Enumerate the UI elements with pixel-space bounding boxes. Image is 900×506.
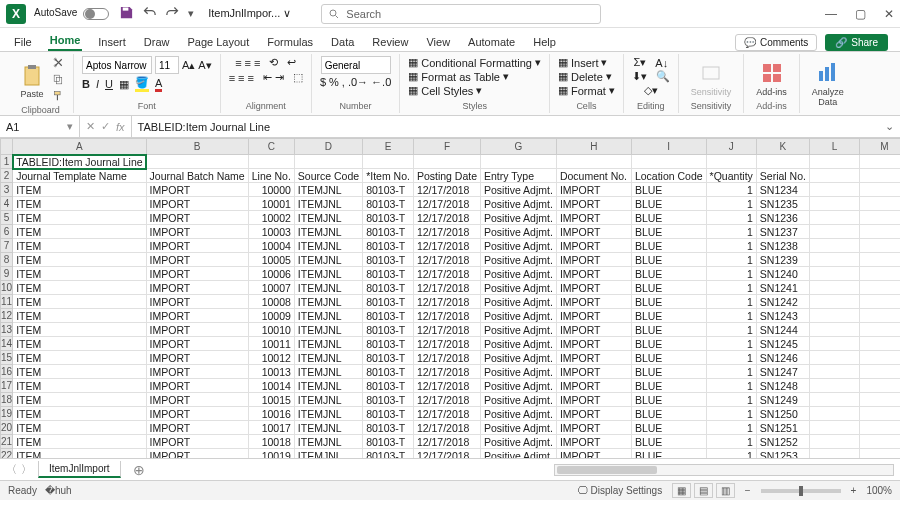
cell[interactable]: ITEMJNL <box>294 351 362 365</box>
cell[interactable]: 10010 <box>248 323 294 337</box>
font-name-select[interactable] <box>82 56 152 74</box>
align-center-icon[interactable]: ≡ <box>238 72 244 84</box>
cell[interactable]: ITEM <box>13 421 146 435</box>
cell[interactable]: Positive Adjmt. <box>481 197 557 211</box>
document-name[interactable]: ItemJnlImpor... ∨ <box>208 7 291 20</box>
number-format-select[interactable] <box>321 56 391 74</box>
cell[interactable]: IMPORT <box>146 309 248 323</box>
zoom-in-icon[interactable]: + <box>851 485 857 496</box>
cell[interactable]: ITEM <box>13 309 146 323</box>
display-settings-button[interactable]: 🖵 Display Settings <box>578 485 662 496</box>
cell[interactable]: 10002 <box>248 211 294 225</box>
align-top-icon[interactable]: ≡ <box>235 57 241 69</box>
cell[interactable]: 12/17/2018 <box>413 365 480 379</box>
cell[interactable]: Positive Adjmt. <box>481 393 557 407</box>
cell[interactable] <box>413 155 480 169</box>
cell[interactable]: BLUE <box>631 323 706 337</box>
cell[interactable]: Positive Adjmt. <box>481 337 557 351</box>
cell[interactable]: 10003 <box>248 225 294 239</box>
cell[interactable]: 1 <box>706 183 756 197</box>
cell[interactable]: Positive Adjmt. <box>481 323 557 337</box>
cell[interactable] <box>859 169 900 183</box>
cell[interactable] <box>146 155 248 169</box>
cell[interactable]: IMPORT <box>146 379 248 393</box>
increase-font-icon[interactable]: A▴ <box>182 59 195 72</box>
cell[interactable]: ITEM <box>13 197 146 211</box>
sheet-tab[interactable]: ItemJnlImport <box>38 461 121 478</box>
cell[interactable] <box>809 281 859 295</box>
cell[interactable]: ITEM <box>13 211 146 225</box>
cell[interactable]: Entry Type <box>481 169 557 183</box>
cell[interactable]: IMPORT <box>556 379 631 393</box>
cell[interactable]: 80103-T <box>363 393 414 407</box>
row-header[interactable]: 17 <box>1 379 13 393</box>
row-header[interactable]: 12 <box>1 309 13 323</box>
cell[interactable]: BLUE <box>631 351 706 365</box>
cell[interactable]: ITEMJNL <box>294 323 362 337</box>
page-layout-view-icon[interactable]: ▤ <box>694 483 713 498</box>
cell[interactable]: 10012 <box>248 351 294 365</box>
col-header[interactable]: H <box>556 139 631 155</box>
cell[interactable]: BLUE <box>631 267 706 281</box>
cell[interactable]: 1 <box>706 225 756 239</box>
cell[interactable] <box>809 323 859 337</box>
cell[interactable] <box>809 155 859 169</box>
cell[interactable]: IMPORT <box>556 449 631 459</box>
cell[interactable] <box>809 183 859 197</box>
cell[interactable]: ITEMJNL <box>294 197 362 211</box>
comma-icon[interactable]: , <box>342 76 345 88</box>
cell[interactable]: 80103-T <box>363 365 414 379</box>
cell[interactable]: IMPORT <box>146 421 248 435</box>
cell[interactable]: 10007 <box>248 281 294 295</box>
cell[interactable]: ITEMJNL <box>294 449 362 459</box>
find-icon[interactable]: 🔍 <box>656 70 670 83</box>
cell[interactable]: ITEM <box>13 435 146 449</box>
cell[interactable]: ITEM <box>13 239 146 253</box>
cell[interactable]: IMPORT <box>146 449 248 459</box>
cell[interactable]: SN1244 <box>756 323 809 337</box>
cell[interactable]: ITEM <box>13 295 146 309</box>
cell[interactable]: 10011 <box>248 337 294 351</box>
cell[interactable] <box>859 449 900 459</box>
cell[interactable]: 80103-T <box>363 239 414 253</box>
tab-help[interactable]: Help <box>531 33 558 51</box>
cell[interactable] <box>859 309 900 323</box>
col-header[interactable]: K <box>756 139 809 155</box>
cell[interactable]: SN1239 <box>756 253 809 267</box>
analyze-data-button[interactable]: Analyze Data <box>808 59 848 109</box>
cell[interactable]: ITEM <box>13 351 146 365</box>
cell[interactable]: 10008 <box>248 295 294 309</box>
maximize-button[interactable]: ▢ <box>855 7 866 21</box>
cell[interactable]: 1 <box>706 407 756 421</box>
cell[interactable]: BLUE <box>631 393 706 407</box>
cell[interactable]: Positive Adjmt. <box>481 211 557 225</box>
border-icon[interactable]: ▦ <box>119 78 129 91</box>
cell[interactable]: Positive Adjmt. <box>481 449 557 459</box>
format-painter-icon[interactable] <box>52 90 65 105</box>
row-header[interactable]: 15 <box>1 351 13 365</box>
cell[interactable]: 12/17/2018 <box>413 211 480 225</box>
cell[interactable]: 1 <box>706 351 756 365</box>
close-button[interactable]: ✕ <box>884 7 894 21</box>
cell[interactable]: IMPORT <box>556 295 631 309</box>
cell[interactable]: IMPORT <box>556 211 631 225</box>
cell[interactable]: 80103-T <box>363 253 414 267</box>
cell[interactable]: IMPORT <box>556 435 631 449</box>
normal-view-icon[interactable]: ▦ <box>672 483 691 498</box>
cell[interactable] <box>631 155 706 169</box>
cell[interactable]: IMPORT <box>146 393 248 407</box>
cell[interactable] <box>859 421 900 435</box>
cell[interactable]: ITEMJNL <box>294 267 362 281</box>
cell[interactable]: 12/17/2018 <box>413 225 480 239</box>
enter-formula-icon[interactable]: ✓ <box>101 120 110 133</box>
cell[interactable]: IMPORT <box>556 183 631 197</box>
cell[interactable]: BLUE <box>631 407 706 421</box>
cell[interactable] <box>809 407 859 421</box>
cell[interactable]: SN1243 <box>756 309 809 323</box>
cell[interactable]: 12/17/2018 <box>413 239 480 253</box>
cell[interactable] <box>809 225 859 239</box>
col-header[interactable]: G <box>481 139 557 155</box>
cell[interactable]: ITEM <box>13 407 146 421</box>
cell[interactable]: 12/17/2018 <box>413 295 480 309</box>
fx-icon[interactable]: fx <box>116 121 125 133</box>
